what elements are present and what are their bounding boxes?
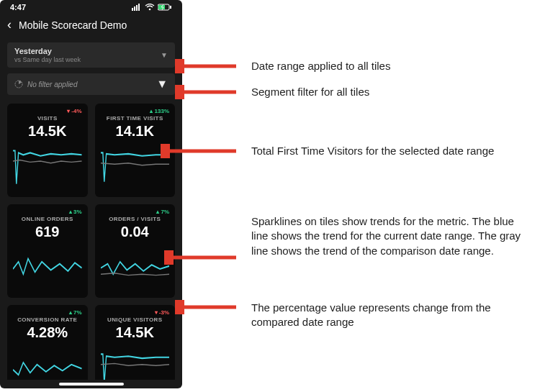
tile-visits[interactable]: ▾ -4% VISITS 14.5K — [7, 104, 88, 197]
status-time: 4:47 — [10, 3, 26, 12]
annotations-panel: Date range applied to all tiles Segment … — [182, 0, 540, 392]
chevron-down-icon: ▼ — [161, 51, 168, 59]
svg-rect-0 — [132, 8, 133, 11]
segment-icon — [14, 80, 23, 88]
date-range-primary: Yesterday — [14, 47, 81, 55]
status-icons — [132, 4, 172, 11]
metric-value: 0.04 — [101, 224, 170, 240]
delta-badge: ▴ 3% — [13, 209, 82, 215]
tile-conversion-rate[interactable]: ▴ 7% CONVERSION RATE 4.28% — [7, 305, 88, 380]
arrow-icon — [164, 250, 240, 265]
metric-label: VISITS — [13, 115, 82, 122]
annotation-text: Sparklines on tiles show trends for the … — [251, 214, 525, 258]
sparkline — [13, 243, 82, 295]
tile-orders-visits[interactable]: ▴ 7% ORDERS / VISITS 0.04 — [95, 204, 176, 298]
status-bar: 4:47 — [0, 0, 182, 14]
sparkline — [101, 243, 170, 295]
delta-badge: ▾ -3% — [101, 309, 170, 316]
arrow-icon — [175, 59, 240, 73]
sparkline — [13, 344, 82, 380]
svg-rect-7 — [170, 6, 171, 9]
segment-filter-selector[interactable]: No filter applied ▼ — [7, 73, 175, 95]
tiles-grid: ▾ -4% VISITS 14.5K ▴ 133% FIRST TIME VIS… — [0, 98, 182, 380]
metric-label: CONVERSION RATE — [13, 316, 82, 323]
filter-left: No filter applied — [14, 80, 77, 88]
metric-label: ONLINE ORDERS — [13, 216, 82, 222]
annotation-text: Total First Time Visitors for the select… — [251, 144, 494, 158]
metric-value: 4.28% — [13, 324, 82, 341]
signal-icon — [132, 4, 142, 11]
sparkline — [101, 142, 170, 194]
tile-online-orders[interactable]: ▴ 3% ONLINE ORDERS 619 — [7, 204, 88, 298]
annotation-text: Segment filter for all tiles — [251, 85, 369, 99]
chevron-down-icon: ▼ — [156, 78, 168, 91]
phone-frame: 4:47 ‹ Mobile Scorecard Demo Yesterday v… — [0, 0, 182, 388]
date-range-selector[interactable]: Yesterday vs Same day last week ▼ — [7, 42, 175, 68]
svg-rect-1 — [134, 6, 135, 11]
arrow-icon — [175, 85, 240, 99]
delta-badge: ▴ 133% — [101, 108, 170, 114]
svg-rect-3 — [138, 4, 140, 11]
home-indicator — [59, 383, 124, 386]
delta-badge: ▴ 7% — [13, 309, 82, 316]
date-range-text: Yesterday vs Same day last week — [14, 47, 81, 63]
metric-value: 14.5K — [13, 123, 82, 140]
sparkline — [101, 344, 170, 380]
back-button[interactable]: ‹ — [7, 17, 12, 32]
metric-label: ORDERS / VISITS — [101, 216, 170, 222]
battery-icon — [158, 4, 172, 11]
arrow-icon — [175, 300, 240, 314]
header: ‹ Mobile Scorecard Demo — [0, 14, 182, 40]
metric-value: 14.1K — [101, 123, 170, 140]
delta-badge: ▴ 7% — [101, 209, 170, 215]
sparkline — [13, 142, 82, 194]
metric-label: UNIQUE VISITORS — [101, 316, 170, 323]
annotation-text: The percentage value represents change f… — [251, 301, 525, 330]
delta-badge: ▾ -4% — [13, 108, 82, 114]
svg-rect-2 — [136, 5, 138, 11]
metric-label: FIRST TIME VISITS — [101, 115, 170, 122]
wifi-icon — [145, 4, 155, 11]
arrow-icon — [161, 144, 240, 158]
metric-value: 619 — [13, 224, 82, 240]
annotation-text: Date range applied to all tiles — [251, 59, 390, 73]
svg-point-4 — [149, 9, 151, 11]
page-title: Mobile Scorecard Demo — [19, 19, 127, 31]
filter-label: No filter applied — [27, 81, 77, 88]
metric-value: 14.5K — [101, 324, 170, 341]
tile-unique-visitors[interactable]: ▾ -3% UNIQUE VISITORS 14.5K — [95, 305, 176, 380]
date-range-secondary: vs Same day last week — [14, 56, 81, 63]
